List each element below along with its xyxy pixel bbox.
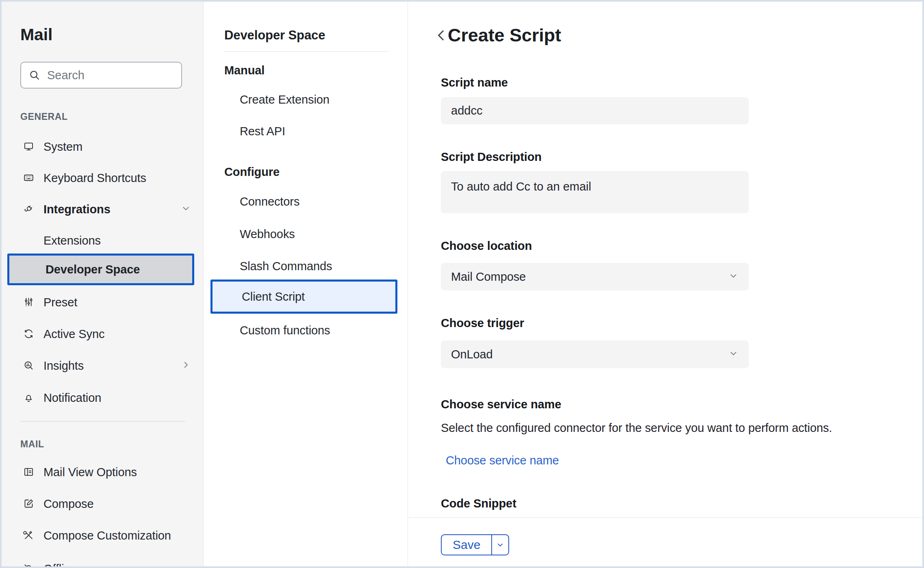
sidebar-item-insights[interactable]: Insights xyxy=(2,350,204,381)
create-script-panel: Create Script Script name Script Descrip… xyxy=(408,2,922,566)
submenu-item-client-script[interactable]: Client Script xyxy=(210,280,397,314)
chevron-down-icon xyxy=(180,203,191,215)
sliders-icon xyxy=(23,297,34,308)
script-name-field[interactable] xyxy=(441,97,749,124)
choose-location-value: Mail Compose xyxy=(451,270,526,284)
footer-divider xyxy=(408,517,922,518)
insights-icon xyxy=(23,360,34,371)
submenu-item-rest-api[interactable]: Rest API xyxy=(240,124,285,139)
chevron-down-icon xyxy=(496,541,504,549)
sidebar-title: Mail xyxy=(20,24,52,45)
chevron-down-icon xyxy=(728,271,739,283)
save-options-button[interactable] xyxy=(492,535,508,555)
section-label-mail: MAIL xyxy=(20,438,44,450)
sidebar-item-active-sync[interactable]: Active Sync xyxy=(2,318,204,349)
choose-trigger-label: Choose trigger xyxy=(441,316,524,330)
sidebar-item-system[interactable]: System xyxy=(2,131,204,162)
group-label-manual: Manual xyxy=(224,63,265,78)
sidebar-item-mail-view-options[interactable]: Mail View Options xyxy=(2,456,204,488)
tools-icon xyxy=(23,530,34,541)
choose-trigger-value: OnLoad xyxy=(451,348,493,361)
submenu-item-webhooks[interactable]: Webhooks xyxy=(240,227,295,241)
sidebar-item-notification[interactable]: Notification xyxy=(2,382,204,413)
choose-location-select[interactable]: Mail Compose xyxy=(441,263,749,291)
choose-service-name-link[interactable]: Choose service name xyxy=(446,453,559,467)
search-icon xyxy=(28,69,41,81)
submenu-item-custom-functions[interactable]: Custom functions xyxy=(240,323,330,338)
script-description-field[interactable]: To auto add Cc to an email xyxy=(441,171,749,213)
monitor-icon xyxy=(23,141,34,152)
sidebar-item-developer-space[interactable]: Developer Space xyxy=(7,254,194,285)
bell-icon xyxy=(23,392,34,403)
back-button[interactable] xyxy=(433,27,449,45)
submenu-item-slash-commands[interactable]: Slash Commands xyxy=(240,259,332,273)
submenu-title: Developer Space xyxy=(224,28,325,43)
script-description-label: Script Description xyxy=(441,150,542,164)
sidebar-divider xyxy=(20,421,185,422)
sidebar-item-keyboard-shortcuts[interactable]: Keyboard Shortcuts xyxy=(2,162,204,193)
choose-service-name-label: Choose service name xyxy=(441,397,561,411)
sidebar-item-integrations[interactable]: Integrations xyxy=(2,193,204,225)
chevron-down-icon xyxy=(728,348,739,360)
cloud-offline-icon xyxy=(23,563,34,568)
settings-sidebar: Mail GENERAL System Keyboard Shortcuts I… xyxy=(2,2,204,566)
sidebar-search[interactable] xyxy=(20,62,182,89)
sidebar-item-compose-customization[interactable]: Compose Customization xyxy=(2,520,204,551)
plug-icon xyxy=(23,204,34,215)
save-split-button: Save xyxy=(441,534,509,555)
sidebar-item-offline[interactable]: Offline xyxy=(2,553,204,568)
group-label-configure: Configure xyxy=(224,165,280,179)
submenu-item-connectors[interactable]: Connectors xyxy=(240,194,299,209)
sidebar-item-extensions[interactable]: Extensions xyxy=(2,225,204,256)
sync-icon xyxy=(23,328,34,339)
submenu-item-create-extension[interactable]: Create Extension xyxy=(240,92,330,107)
search-input[interactable] xyxy=(47,69,174,82)
code-snippet-label: Code Snippet xyxy=(441,496,516,510)
chevron-right-icon xyxy=(180,359,191,372)
save-button[interactable]: Save xyxy=(442,535,491,555)
layout-icon xyxy=(23,466,34,477)
keyboard-icon xyxy=(23,172,34,183)
choose-trigger-select[interactable]: OnLoad xyxy=(441,340,749,368)
choose-location-label: Choose location xyxy=(441,239,532,253)
sidebar-item-preset[interactable]: Preset xyxy=(2,286,204,318)
sidebar-item-compose[interactable]: Compose xyxy=(2,488,204,519)
choose-service-name-description: Select the configured connector for the … xyxy=(441,421,832,435)
compose-icon xyxy=(23,498,34,509)
developer-space-panel: Developer Space Manual Create Extension … xyxy=(204,2,408,566)
script-name-label: Script name xyxy=(441,76,508,89)
section-label-general: GENERAL xyxy=(20,111,68,123)
submenu-title-divider xyxy=(224,51,388,52)
page-title: Create Script xyxy=(448,24,561,47)
settings-window: Mail GENERAL System Keyboard Shortcuts I… xyxy=(0,0,924,568)
chevron-left-icon xyxy=(434,27,448,43)
submenu-item-label: Client Script xyxy=(242,289,305,304)
